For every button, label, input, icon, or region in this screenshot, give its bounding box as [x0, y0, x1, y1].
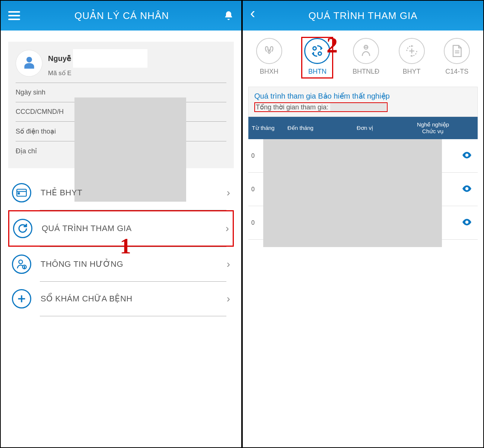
worker-icon	[353, 38, 379, 64]
redacted-area	[330, 103, 386, 111]
svg-point-16	[466, 154, 468, 156]
header: QUẢN LÝ CÁ NHÂN	[1, 1, 241, 31]
chevron-right-icon: ›	[226, 223, 229, 234]
chevron-right-icon: ›	[227, 258, 230, 270]
plus-icon	[12, 289, 31, 308]
section-header: Quá trình tham gia Bảo hiểm thất nghiệp …	[248, 87, 478, 117]
back-icon[interactable]: ‹	[250, 9, 258, 22]
document-icon	[444, 38, 470, 64]
menu-item-medical-book[interactable]: SỔ KHÁM CHỮA BỆNH ›	[8, 282, 234, 316]
tab-bhyt[interactable]: BHYT	[399, 38, 425, 77]
eye-icon[interactable]	[459, 216, 478, 230]
participation-table: Từ tháng Đến tháng Đơn vị Nghề nghiệp Ch…	[248, 117, 478, 240]
page-title: QUẢN LÝ CÁ NHÂN	[20, 10, 223, 22]
profile-name: Nguyễ	[48, 49, 226, 68]
profile-id-label: Mã số E	[48, 69, 226, 77]
page-title: QUÁ TRÌNH THAM GIA	[258, 10, 468, 22]
screen-participation-history: ‹ QUÁ TRÌNH THAM GIA 2 BHXH	[242, 0, 484, 448]
svg-point-18	[466, 221, 468, 223]
menu-icon[interactable]	[8, 11, 20, 20]
chevron-right-icon: ›	[227, 293, 230, 305]
menu-item-bhyt-card[interactable]: THẺ BHYT ›	[8, 176, 234, 210]
svg-point-17	[466, 188, 468, 189]
header: ‹ QUÁ TRÌNH THAM GIA	[243, 1, 483, 31]
section-subtitle: Tổng thời gian tham gia:	[254, 102, 388, 112]
eye-icon[interactable]	[459, 182, 478, 196]
bell-icon[interactable]	[223, 10, 234, 22]
card-icon	[12, 183, 31, 202]
table-header: Từ tháng Đến tháng Đơn vị Nghề nghiệp Ch…	[248, 117, 478, 139]
svg-point-9	[313, 47, 316, 50]
eye-icon[interactable]	[459, 149, 478, 163]
menu-item-participation[interactable]: QUÁ TRÌNH THAM GIA ›	[8, 210, 234, 247]
tab-bhtnld[interactable]: BHTNLĐ	[353, 38, 379, 77]
redacted-area	[263, 139, 442, 247]
screen-profile-management: QUẢN LÝ CÁ NHÂN Nguyễ Mã số E	[0, 0, 242, 448]
avatar	[16, 50, 42, 77]
redacted-area	[73, 49, 147, 68]
annotation-number: 2	[327, 32, 338, 58]
svg-rect-3	[18, 193, 20, 194]
tab-c14ts[interactable]: C14-TS	[444, 38, 470, 77]
section-title: Quá trình tham gia Bảo hiểm thất nghiệp	[254, 92, 472, 100]
menu-list: THẺ BHYT › QUÁ TRÌNH THAM GIA ›	[1, 176, 241, 316]
tabs: BHXH BHTN BHTNLĐ	[243, 31, 483, 83]
svg-point-10	[318, 52, 322, 55]
tab-bhxh[interactable]: BHXH	[256, 38, 282, 77]
refresh-icon	[13, 219, 32, 238]
svg-point-4	[19, 260, 23, 264]
chevron-right-icon: ›	[227, 187, 230, 199]
menu-item-benefits[interactable]: i THÔNG TIN HƯỞNG ›	[8, 247, 234, 281]
svg-point-0	[26, 57, 32, 63]
medical-cycle-icon	[399, 38, 425, 64]
person-info-icon: i	[12, 255, 31, 274]
hands-icon	[256, 38, 282, 64]
